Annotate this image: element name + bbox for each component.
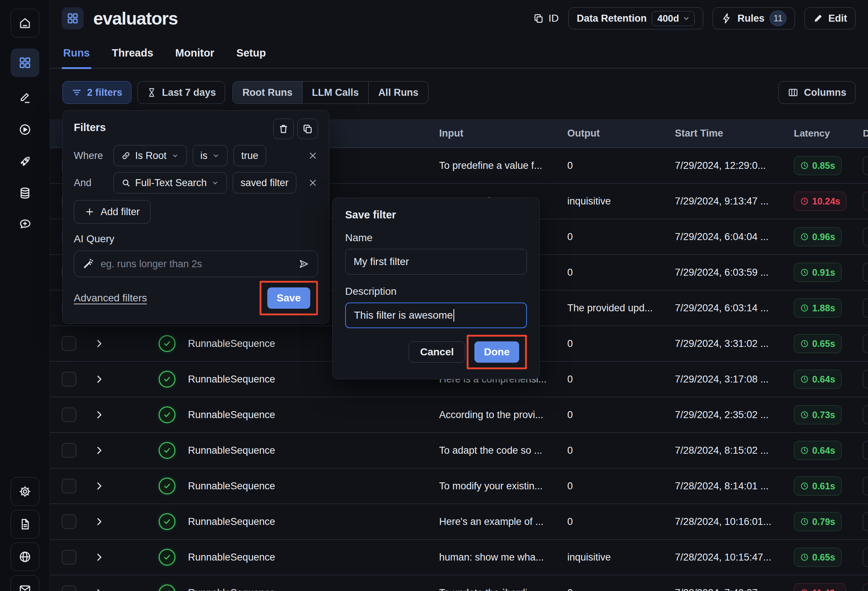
- run-name[interactable]: RunnableSequence: [188, 587, 439, 591]
- table-row[interactable]: RunnableSequence To update the `bordi...…: [50, 575, 868, 591]
- field-select[interactable]: Full-Text Search: [114, 172, 227, 193]
- sidebar-item-globe[interactable]: [11, 542, 39, 571]
- expand-chevron-icon[interactable]: [82, 552, 112, 562]
- run-name[interactable]: RunnableSequence: [188, 552, 439, 563]
- latency-badge: 0.91s: [794, 263, 841, 282]
- rocket-icon: [18, 155, 32, 168]
- sidebar-item-home[interactable]: [11, 9, 39, 37]
- table-row[interactable]: RunnableSequence human: show me wha... i…: [50, 539, 868, 575]
- segment-root-runs[interactable]: Root Runs: [233, 81, 302, 103]
- send-icon[interactable]: [298, 258, 310, 270]
- tab-setup[interactable]: Setup: [235, 45, 268, 68]
- row-checkbox[interactable]: [62, 550, 76, 564]
- sidebar-item-rocket[interactable]: [11, 147, 39, 176]
- tab-threads[interactable]: Threads: [111, 45, 155, 68]
- value-field[interactable]: saved filter: [233, 172, 296, 193]
- expand-chevron-icon[interactable]: [82, 516, 112, 527]
- run-output: inquisitive: [567, 196, 675, 207]
- value-field[interactable]: true: [233, 145, 266, 166]
- row-checkbox[interactable]: [62, 336, 76, 351]
- advanced-filters-link[interactable]: Advanced filters: [74, 292, 147, 304]
- column-header-start-time[interactable]: Start Time: [675, 128, 794, 139]
- database-icon: [18, 186, 32, 200]
- run-name[interactable]: RunnableSequence: [188, 445, 439, 456]
- filters-chip[interactable]: 2 filters: [62, 81, 131, 104]
- columns-button[interactable]: Columns: [778, 81, 856, 104]
- filters-panel: Filters: [62, 110, 329, 324]
- row-checkbox[interactable]: [62, 443, 76, 458]
- column-header-output[interactable]: Output: [567, 128, 675, 139]
- text-caret: [453, 309, 454, 321]
- done-button[interactable]: Done: [474, 341, 519, 363]
- data-retention-button[interactable]: Data Retention 400d: [568, 7, 704, 29]
- copy-id-button[interactable]: ID: [533, 12, 559, 24]
- row-checkbox[interactable]: [62, 479, 76, 493]
- sidebar-item-annotate-pencil[interactable]: [11, 84, 39, 112]
- segment-all-runs[interactable]: All Runs: [368, 81, 428, 103]
- sidebar-item-message-plus[interactable]: [11, 209, 39, 238]
- expand-chevron-icon[interactable]: [82, 374, 112, 384]
- row-checkbox[interactable]: [62, 407, 76, 422]
- add-filter-button[interactable]: Add filter: [74, 200, 151, 224]
- copy-filters-button[interactable]: [297, 119, 318, 139]
- expand-chevron-icon[interactable]: [82, 445, 112, 455]
- row-checkbox[interactable]: [62, 514, 76, 529]
- ai-query-input[interactable]: [100, 258, 291, 270]
- latency-badge: 0.64s: [794, 441, 841, 460]
- row-checkbox[interactable]: [62, 372, 76, 386]
- home-icon: [18, 16, 32, 30]
- sidebar-item-play-circle[interactable]: [11, 115, 39, 144]
- sidebar-item-settings-gear[interactable]: [11, 477, 39, 506]
- name-input[interactable]: My first filter: [345, 249, 527, 274]
- page-title: evaluators: [93, 9, 178, 29]
- cancel-button[interactable]: Cancel: [409, 341, 465, 363]
- run-name[interactable]: RunnableSequence: [188, 409, 439, 421]
- run-name[interactable]: RunnableSequence: [188, 516, 439, 528]
- run-output: The provided upd...: [567, 302, 675, 314]
- description-input[interactable]: This filter is awesome: [345, 302, 527, 328]
- search-icon: [121, 178, 131, 187]
- sidebar-item-apps-grid[interactable]: [11, 49, 39, 77]
- clipped-badge: [863, 548, 868, 567]
- column-header-clipped[interactable]: D: [859, 128, 868, 139]
- name-label: Name: [345, 232, 527, 244]
- rules-button[interactable]: Rules 11: [713, 7, 795, 29]
- table-row[interactable]: RunnableSequence To modify your existin.…: [50, 469, 868, 504]
- sidebar-item-document[interactable]: [11, 510, 39, 538]
- delete-filters-button[interactable]: [273, 119, 294, 139]
- time-range-chip[interactable]: Last 7 days: [137, 81, 225, 104]
- operator-select[interactable]: is: [193, 145, 228, 166]
- filter-condition-and: And Full-Text Search saved filter: [74, 172, 318, 193]
- filter-lines-icon: [72, 87, 82, 98]
- run-name[interactable]: RunnableSequence: [188, 480, 439, 492]
- row-checkbox[interactable]: [62, 585, 76, 591]
- run-output: 0: [567, 480, 675, 492]
- column-header-latency[interactable]: Latency: [794, 128, 859, 139]
- save-filter-button[interactable]: Save: [267, 287, 310, 309]
- success-status-icon: [159, 371, 176, 388]
- filters-panel-title: Filters: [74, 119, 106, 134]
- clipped-badge: [863, 370, 868, 389]
- sidebar-item-mail[interactable]: [11, 575, 39, 591]
- table-row[interactable]: RunnableSequence Here's an example of ..…: [50, 504, 868, 539]
- data-retention-value[interactable]: 400d: [652, 11, 695, 26]
- sidebar-item-database[interactable]: [11, 179, 39, 208]
- remove-condition-icon[interactable]: [308, 150, 318, 161]
- expand-chevron-icon[interactable]: [82, 588, 112, 591]
- remove-condition-icon[interactable]: [308, 178, 318, 188]
- table-row[interactable]: RunnableSequence According to the provi.…: [50, 397, 868, 433]
- tab-monitor[interactable]: Monitor: [174, 45, 216, 68]
- expand-chevron-icon[interactable]: [82, 339, 112, 349]
- edit-button[interactable]: Edit: [805, 7, 856, 29]
- segment-llm-calls[interactable]: LLM Calls: [302, 81, 369, 103]
- column-header-input[interactable]: Input: [439, 128, 567, 139]
- clipped-badge: [863, 227, 868, 246]
- tab-runs[interactable]: Runs: [62, 45, 92, 68]
- latency-badge: 0.65s: [794, 334, 841, 353]
- globe-icon: [18, 550, 32, 563]
- expand-chevron-icon[interactable]: [82, 481, 112, 491]
- field-select[interactable]: Is Root: [114, 145, 187, 166]
- table-row[interactable]: RunnableSequence To adapt the code so ..…: [50, 433, 868, 469]
- expand-chevron-icon[interactable]: [82, 410, 112, 420]
- lightning-icon: [721, 13, 732, 24]
